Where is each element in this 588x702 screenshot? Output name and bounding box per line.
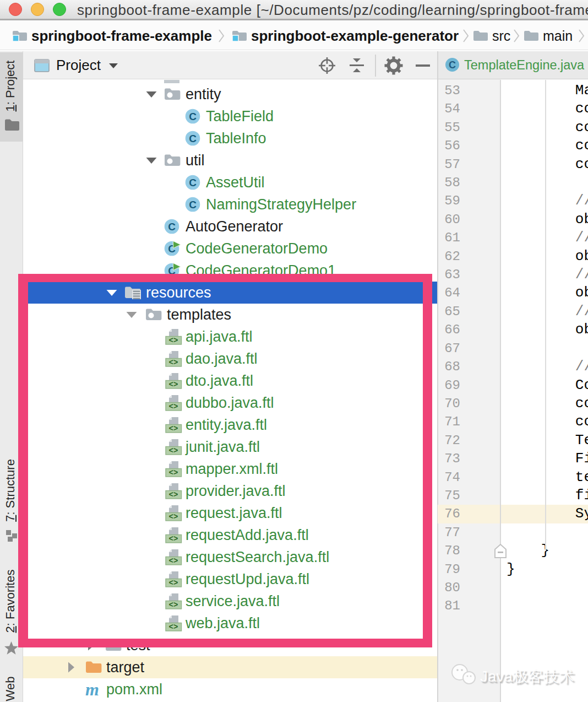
svg-text:C: C <box>189 133 197 144</box>
svg-text:C: C <box>449 60 456 71</box>
svg-text:C: C <box>189 177 197 188</box>
svg-text:C: C <box>189 199 197 210</box>
svg-text:C: C <box>189 111 197 122</box>
svg-text:C: C <box>168 221 176 233</box>
